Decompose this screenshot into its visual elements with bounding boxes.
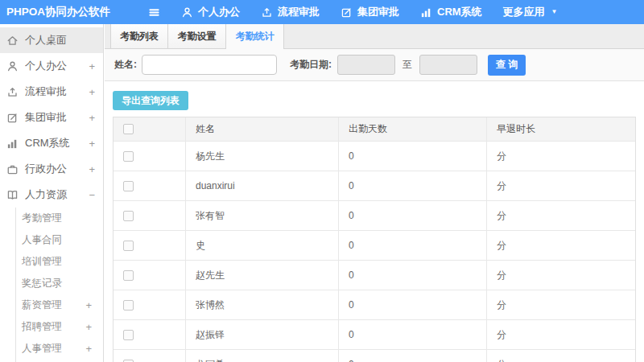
row-checkbox[interactable] (123, 300, 134, 311)
cell-days: 0 (338, 320, 486, 349)
sidebar-subitem-recruit-mgmt[interactable]: 招聘管理+ (16, 316, 103, 338)
user-icon (181, 6, 193, 19)
tab-label: 考勤设置 (178, 31, 217, 42)
sidebar-item-label: 个人桌面 (25, 33, 67, 47)
sidebar-item-label: 个人办公 (25, 59, 67, 73)
sidebar-subitem-label: 人事管理 (22, 342, 62, 356)
home-icon (6, 35, 19, 47)
tab-label: 考勤列表 (120, 31, 159, 42)
sidebar-subitem-label: 考勤管理 (22, 212, 62, 225)
nav-item-group-approval[interactable]: 集团审批 (341, 5, 399, 19)
row-checkbox[interactable] (123, 181, 134, 191)
main-panel: 考勤列表考勤设置考勤统计 姓名: 考勤日期: 至 查 询 导出查询列表 姓名 出… (105, 24, 644, 362)
nav-item-label: 更多应用 (503, 5, 545, 19)
nav-item-label: CRM系统 (437, 5, 482, 19)
expand-toggle-icon: − (89, 189, 95, 201)
tab-attendance-list[interactable]: 考勤列表 (110, 24, 168, 48)
cell-days: 0 (338, 261, 486, 290)
tab-attendance-settings[interactable]: 考勤设置 (168, 24, 226, 48)
col-header-early: 早退时长 (486, 117, 635, 141)
chart-icon (6, 138, 19, 150)
cell-days: 0 (338, 142, 486, 171)
sidebar-subitem-personnel-mgmt[interactable]: 人事管理+ (16, 338, 103, 360)
cell-early: 分 (486, 142, 635, 171)
table-row: 赵振铎0分 (114, 320, 635, 350)
sidebar-subitem-label: 奖惩记录 (22, 277, 62, 290)
to-label: 至 (402, 58, 412, 72)
row-checkbox[interactable] (123, 211, 134, 221)
edit-icon (341, 6, 353, 19)
attendance-table: 姓名 出勤天数 早退时长 杨先生0分duanxirui0分张有智0分史0分赵先生… (113, 117, 636, 362)
table-row: 赵先生0分 (114, 261, 635, 290)
sidebar-item-admin-office[interactable]: 行政办公+ (0, 156, 103, 182)
nav-item-label: 个人办公 (198, 5, 240, 19)
sidebar-menu: 个人桌面个人办公+流程审批+集团审批+CRM系统+行政办公+人力资源− (0, 27, 103, 208)
row-checkbox[interactable] (123, 241, 134, 251)
table-row: 龙冠希0分 (114, 350, 635, 362)
user-icon (6, 60, 19, 72)
table-row: 张有智0分 (114, 201, 635, 231)
nav-item-personal-office[interactable]: 个人办公 (181, 5, 240, 19)
row-checkbox[interactable] (123, 270, 134, 281)
top-bar: PHPOA协同办公软件 个人办公流程审批集团审批CRM系统更多应用▼ (0, 0, 644, 24)
nav-item-more-apps[interactable]: 更多应用▼ (503, 5, 558, 19)
cell-name: duanxirui (185, 171, 338, 200)
col-header-name: 姓名 (185, 117, 338, 141)
table-body: 杨先生0分duanxirui0分张有智0分史0分赵先生0分张博然0分赵振铎0分龙… (114, 142, 635, 362)
row-checkbox[interactable] (123, 360, 134, 362)
sidebar-item-label: 集团审批 (25, 110, 67, 125)
expand-toggle-icon: + (89, 112, 95, 124)
sidebar-subitem-reward-punishment[interactable]: 奖惩记录 (16, 273, 103, 294)
sidebar: 个人桌面个人办公+流程审批+集团审批+CRM系统+行政办公+人力资源− 考勤管理… (0, 24, 104, 362)
flow-icon (261, 6, 273, 19)
menu-icon-button[interactable] (148, 6, 160, 19)
sidebar-item-label: CRM系统 (25, 136, 70, 150)
cell-name: 张有智 (185, 201, 338, 230)
export-list-button[interactable]: 导出查询列表 (113, 91, 188, 110)
cell-name: 史 (185, 231, 338, 260)
cell-days: 0 (338, 350, 486, 362)
cell-early: 分 (486, 320, 635, 349)
name-input[interactable] (142, 55, 277, 75)
chart-icon (420, 6, 432, 19)
sidebar-item-personal-office[interactable]: 个人办公+ (0, 53, 103, 79)
cell-name: 赵先生 (185, 261, 338, 290)
nav-item-crm-system[interactable]: CRM系统 (420, 5, 482, 19)
nav-item-process-approval[interactable]: 流程审批 (261, 5, 320, 19)
cell-early: 分 (486, 171, 635, 200)
sidebar-subitem-label: 薪资管理 (22, 298, 62, 312)
sidebar-subitem-training-mgmt[interactable]: 培训管理 (16, 251, 103, 273)
cell-early: 分 (486, 350, 635, 362)
content-area: 导出查询列表 姓名 出勤天数 早退时长 杨先生0分duanxirui0分张有智0… (105, 81, 644, 362)
cell-days: 0 (338, 290, 486, 319)
sidebar-item-crm-system[interactable]: CRM系统+ (0, 130, 103, 156)
sidebar-item-hr[interactable]: 人力资源− (0, 182, 103, 208)
sidebar-item-label: 行政办公 (25, 162, 67, 176)
sidebar-item-label: 人力资源 (25, 187, 67, 202)
sidebar-subitem-salary-mgmt[interactable]: 薪资管理+ (16, 294, 103, 316)
row-checkbox[interactable] (123, 151, 134, 162)
sidebar-item-process-approval[interactable]: 流程审批+ (0, 79, 103, 105)
sidebar-item-label: 流程审批 (25, 84, 67, 99)
cell-early: 分 (486, 290, 635, 319)
flow-icon (6, 86, 19, 98)
table-row: 杨先生0分 (114, 142, 635, 171)
select-all-checkbox[interactable] (123, 124, 134, 134)
nav-item-label: 集团审批 (357, 5, 399, 19)
expand-toggle-icon: + (85, 343, 103, 355)
date-to-input[interactable] (419, 55, 477, 75)
tab-attendance-stats[interactable]: 考勤统计 (226, 24, 284, 49)
sidebar-item-group-approval[interactable]: 集团审批+ (0, 105, 103, 130)
cell-early: 分 (486, 201, 635, 230)
date-label: 考勤日期: (290, 58, 332, 72)
sidebar-subitem-personnel-contract[interactable]: 人事合同 (16, 229, 103, 251)
date-from-input[interactable] (337, 55, 395, 75)
table-header-row: 姓名 出勤天数 早退时长 (114, 117, 635, 142)
cell-early: 分 (486, 231, 635, 260)
sidebar-subitem-attendance-mgmt[interactable]: 考勤管理 (16, 208, 103, 229)
search-button[interactable]: 查 询 (488, 55, 526, 76)
expand-toggle-icon: + (85, 321, 103, 333)
row-checkbox[interactable] (123, 330, 134, 340)
caret-down-icon: ▼ (551, 9, 558, 15)
sidebar-item-personal-desktop[interactable]: 个人桌面 (0, 27, 103, 53)
